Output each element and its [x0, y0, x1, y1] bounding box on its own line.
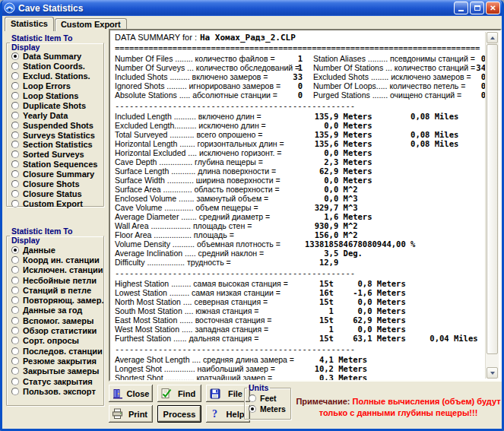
radio-icon: [11, 317, 19, 325]
sidebar-item[interactable]: Exclud. Stations.: [11, 71, 103, 81]
printer-icon: [112, 408, 123, 420]
sidebar-item[interactable]: Sorted Surveys: [11, 150, 103, 160]
radio-icon: [11, 200, 19, 208]
radio-icon: [11, 306, 19, 314]
report-row: Average Diameter ....... средний диаметр…: [115, 212, 500, 221]
process-button[interactable]: Process: [157, 405, 201, 423]
radio-icon: [11, 151, 19, 158]
sidebar-item[interactable]: Yearly Data: [11, 110, 103, 120]
sidebar-item-label: Station Sequences: [23, 160, 97, 169]
sidebar-item[interactable]: Резюме закрытия: [11, 356, 103, 366]
report-panel[interactable]: DATA SUMMARY for : На Хомах_Радз_2.CLP =…: [109, 29, 502, 382]
sidebar-item[interactable]: Duplicate Shots: [11, 100, 103, 110]
stat-label: Number Of Surveys ... количество обследо…: [115, 63, 286, 72]
vertical-scrollbar[interactable]: [485, 32, 499, 379]
stat-label: Absolute Stations ..... абсолютные станц…: [115, 90, 286, 100]
scroll-down-icon: [490, 372, 495, 375]
close-window-button[interactable]: ✕: [486, 2, 500, 14]
sidebar-item-label: Station Coords.: [23, 62, 85, 71]
stat-label: Difficulty ................. трудность =: [115, 258, 305, 267]
stat-value: 3,5 Deg.: [305, 249, 363, 258]
find-check-icon: [160, 388, 172, 399]
separator-equals: ========================================…: [115, 43, 500, 52]
stat-value: 0,0 M^3: [305, 194, 358, 203]
report-row: Wall Area .................. площадь сте…: [115, 221, 500, 230]
close-button[interactable]: Close: [109, 385, 153, 402]
save-floppy-icon: [209, 388, 220, 399]
stat-label: West Most Station ..... западная станция…: [115, 325, 305, 334]
sidebar-item[interactable]: Вспомог. замеры: [11, 315, 103, 325]
report-row: Surface Area ............. область повер…: [115, 185, 500, 194]
sidebar-item[interactable]: Несбойные петли: [11, 275, 103, 285]
stat-label: East Most Station ...... восточная станц…: [115, 315, 305, 325]
stat-label: Horizontal Length ....... горизонтальных…: [115, 139, 305, 148]
sidebar-item[interactable]: Surveys Statistics: [11, 130, 103, 140]
sidebar-item[interactable]: Section Statistics: [11, 140, 103, 150]
report-row: Surface Length ........... длина поверхн…: [115, 166, 500, 176]
sidebar-item[interactable]: Custom Export: [11, 198, 103, 208]
stat-value: 1: [286, 54, 303, 63]
sidebar-item[interactable]: Станций в петле: [11, 285, 103, 295]
sidebar-item[interactable]: Исключен. станции: [11, 265, 103, 275]
report-row: Average Inclination ..... средний наклон…: [115, 249, 500, 258]
close-button-label: Close: [126, 389, 150, 398]
find-button[interactable]: Find: [157, 385, 201, 402]
exit-door-icon: [112, 388, 123, 399]
print-button[interactable]: Print: [109, 405, 153, 423]
stat-value: 0,0 M^2: [305, 185, 358, 194]
sidebar-item[interactable]: Closure Shots: [11, 179, 103, 189]
sidebar-item[interactable]: Closure Summary: [11, 170, 103, 179]
sidebar-item-label: Станций в петле: [23, 286, 91, 295]
sidebar-item[interactable]: Пользов. экспорт: [11, 386, 103, 396]
units-option-label: Feet: [260, 394, 277, 403]
stat-value: 0,0 Meters: [305, 176, 372, 185]
units-option-feet[interactable]: Feet: [249, 393, 290, 404]
titlebar[interactable]: Cave Statistics ✕: [0, 0, 504, 16]
sidebar-item[interactable]: Closure Status: [11, 189, 103, 198]
minimize-button[interactable]: [454, 2, 468, 14]
sidebar-item[interactable]: Данные за год: [11, 306, 103, 315]
sidebar-item[interactable]: Station Sequences: [11, 160, 103, 170]
scroll-down-button[interactable]: [487, 367, 498, 379]
units-title: Units: [247, 383, 270, 392]
sidebar-item[interactable]: Station Coords.: [11, 62, 103, 71]
sidebar-item[interactable]: Последов. станции: [11, 346, 103, 356]
sidebar-item-label: Последов. станции: [23, 347, 103, 356]
stat-label: Enclosed Volume ....... замкнутый объем …: [115, 194, 305, 203]
stat-label: Included Length .......... включено длин…: [115, 112, 305, 121]
sidebar-item-label: Вспомог. замеры: [23, 316, 94, 325]
scroll-up-button[interactable]: [487, 32, 498, 43]
sidebar-item[interactable]: Закрытые замеры: [11, 366, 103, 376]
radio-icon: [11, 62, 19, 70]
stat-label: Furthest Station ...... дальняя станция …: [115, 334, 305, 343]
sidebar-item[interactable]: Сорт. опросы: [11, 336, 103, 346]
sidebar-item[interactable]: Повторяющ. замер.: [11, 295, 103, 305]
maximize-button[interactable]: [470, 2, 484, 14]
radio-icon: [11, 102, 19, 109]
sidebar-item[interactable]: Loop Stations: [11, 91, 103, 101]
sidebar-item[interactable]: Коорд ин. станции: [11, 255, 103, 265]
maximize-icon: [474, 5, 480, 11]
radio-icon: [11, 190, 19, 198]
sidebar-item[interactable]: Suspended Shots: [11, 120, 103, 130]
radio-icon: [11, 82, 19, 90]
note-text: Примечание: Полные вычисления (объем) бу…: [294, 396, 502, 419]
sidebar-item-label: Закрытые замеры: [23, 366, 99, 376]
sidebar-item[interactable]: Loop Errors: [11, 81, 103, 91]
sidebar-item[interactable]: Статус закрытия: [11, 376, 103, 386]
sidebar-item[interactable]: Обзор статистики: [11, 325, 103, 335]
summary-block: Number Of Files ........ количество файл…: [115, 54, 500, 100]
sidebar-item-label: Статус закрытия: [23, 377, 93, 386]
scrollbar-thumb[interactable]: [487, 44, 498, 354]
units-option-meters[interactable]: Meters: [249, 404, 290, 414]
note-prefix: Примечание:: [296, 397, 350, 406]
stat-label: Horizontal Excluded .... исключено гориз…: [115, 148, 305, 157]
tab-statistics[interactable]: Statistics: [5, 17, 54, 31]
sidebar-item[interactable]: Данные: [11, 245, 103, 255]
sidebar-item-label: Резюме закрытия: [23, 357, 97, 366]
report-row: North Most Station .... северная станция…: [115, 297, 500, 306]
report-row: South Most Station .... южная станция = …: [115, 306, 500, 315]
stat-value: 1 0,0 Meters: [305, 306, 406, 315]
sidebar-item[interactable]: Data Summary: [11, 52, 103, 62]
minimize-icon: [458, 10, 464, 11]
